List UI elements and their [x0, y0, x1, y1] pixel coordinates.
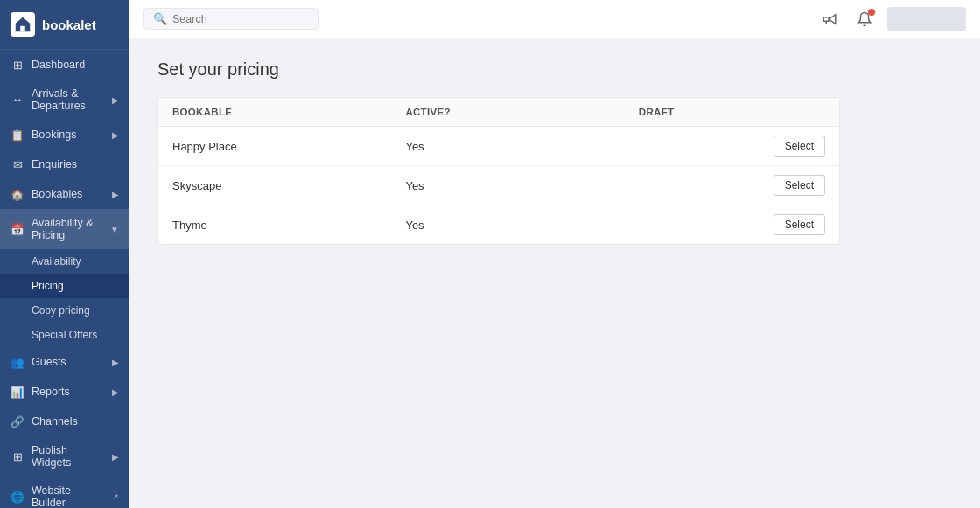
table-row: Skyscape Yes Select	[158, 166, 839, 205]
sidebar-item-label: Bookings	[32, 129, 76, 141]
sidebar-item-channels[interactable]: 🔗 Channels	[0, 407, 130, 436]
external-link-icon: ↗	[112, 492, 119, 501]
topbar-right	[817, 7, 966, 31]
active-status: Yes	[405, 140, 638, 153]
main-content: Set your pricing BOOKABLE ACTIVE? DRAFT …	[130, 38, 980, 508]
col-header-draft: DRAFT	[639, 107, 755, 117]
active-status: Yes	[405, 219, 638, 232]
bookable-name: Happy Place	[172, 140, 405, 153]
chevron-right-icon: ▶	[112, 452, 119, 462]
arrivals-icon: ↔	[10, 93, 24, 107]
website-icon: 🌐	[10, 490, 24, 504]
app-name: bookalet	[42, 17, 96, 32]
sidebar-item-arrivals-departures[interactable]: ↔ Arrivals & Departures ▶	[0, 80, 130, 120]
bookable-name: Thyme	[172, 219, 405, 232]
search-icon: 🔍	[153, 12, 167, 25]
sidebar-item-reports[interactable]: 📊 Reports ▶	[0, 377, 130, 407]
sidebar-subitem-availability[interactable]: Availability	[0, 249, 130, 274]
notification-badge	[868, 9, 875, 16]
sidebar-item-bookings[interactable]: 📋 Bookings ▶	[0, 120, 130, 150]
table-header: BOOKABLE ACTIVE? DRAFT	[158, 98, 839, 127]
sidebar: bookalet ⊞ Dashboard ↔ Arrivals & Depart…	[0, 0, 130, 508]
chevron-right-icon: ▶	[112, 387, 119, 397]
topbar: 🔍	[130, 0, 980, 38]
sidebar-subitem-label: Copy pricing	[32, 304, 90, 317]
sidebar-item-guests[interactable]: 👥 Guests ▶	[0, 347, 130, 377]
logo-icon	[10, 12, 35, 37]
search-box[interactable]: 🔍	[144, 8, 318, 30]
col-header-bookable: BOOKABLE	[172, 107, 405, 117]
col-header-action	[755, 107, 825, 117]
sidebar-item-dashboard[interactable]: ⊞ Dashboard	[0, 50, 130, 80]
sidebar-item-enquiries[interactable]: ✉ Enquiries	[0, 150, 130, 179]
chevron-down-icon: ▼	[110, 225, 119, 234]
reports-icon: 📊	[10, 385, 24, 399]
sidebar-item-label: Bookables	[32, 188, 82, 200]
select-button-cell: Select	[755, 175, 825, 196]
sidebar-item-label: Dashboard	[32, 59, 85, 71]
select-button-cell: Select	[755, 136, 825, 157]
app-logo[interactable]: bookalet	[0, 0, 130, 50]
chevron-right-icon: ▶	[112, 190, 119, 199]
sidebar-item-availability-pricing[interactable]: 📅 Availability & Pricing ▼	[0, 209, 130, 249]
availability-icon: 📅	[10, 222, 24, 236]
active-status: Yes	[405, 179, 638, 192]
enquiries-icon: ✉	[10, 157, 24, 171]
bookings-icon: 📋	[10, 128, 24, 142]
select-button[interactable]: Select	[774, 136, 825, 157]
sidebar-subitem-pricing[interactable]: Pricing	[0, 274, 130, 298]
sidebar-subitem-label: Availability	[32, 255, 80, 268]
sidebar-subitem-label: Special Offers	[32, 329, 97, 341]
chevron-right-icon: ▶	[112, 358, 119, 367]
sidebar-item-label: Availability & Pricing	[32, 217, 103, 241]
bookables-icon: 🏠	[10, 187, 24, 201]
widgets-icon: ⊞	[10, 449, 24, 463]
sidebar-item-label: Publish Widgets	[32, 444, 105, 469]
sidebar-item-label: Reports	[32, 386, 70, 398]
main-area: 🔍 Set your pricing BOOKABLE ACTIVE? DRAF…	[130, 0, 980, 508]
select-button-cell: Select	[755, 214, 825, 235]
sidebar-subitem-special-offers[interactable]: Special Offers	[0, 323, 130, 347]
guests-icon: 👥	[10, 355, 24, 369]
chevron-right-icon: ▶	[112, 130, 119, 140]
sidebar-item-label: Channels	[32, 415, 78, 428]
channels-icon: 🔗	[10, 414, 24, 428]
search-input[interactable]	[172, 13, 304, 25]
select-button[interactable]: Select	[774, 214, 825, 235]
sidebar-item-bookables[interactable]: 🏠 Bookables ▶	[0, 179, 130, 209]
dashboard-icon: ⊞	[10, 58, 24, 72]
sidebar-item-label: Enquiries	[32, 158, 77, 170]
megaphone-icon[interactable]	[817, 7, 842, 31]
chevron-right-icon: ▶	[112, 95, 119, 105]
sidebar-subitem-copy-pricing[interactable]: Copy pricing	[0, 298, 130, 323]
sidebar-item-website-builder[interactable]: 🌐 Website Builder ↗	[0, 477, 130, 508]
sidebar-item-publish-widgets[interactable]: ⊞ Publish Widgets ▶	[0, 436, 130, 477]
sidebar-subitem-label: Pricing	[32, 280, 64, 292]
bookable-name: Skyscape	[172, 179, 405, 192]
bell-icon[interactable]	[852, 7, 877, 31]
pricing-table: BOOKABLE ACTIVE? DRAFT Happy Place Yes S…	[158, 97, 840, 245]
table-row: Happy Place Yes Select	[158, 127, 839, 166]
avatar[interactable]	[887, 7, 966, 31]
col-header-active: ACTIVE?	[405, 107, 638, 117]
sidebar-item-label: Arrivals & Departures	[32, 87, 105, 112]
select-button[interactable]: Select	[774, 175, 825, 196]
sidebar-item-label: Website Builder	[32, 484, 105, 508]
table-row: Thyme Yes Select	[158, 205, 839, 244]
sidebar-item-label: Guests	[32, 356, 66, 368]
page-title: Set your pricing	[158, 59, 952, 80]
